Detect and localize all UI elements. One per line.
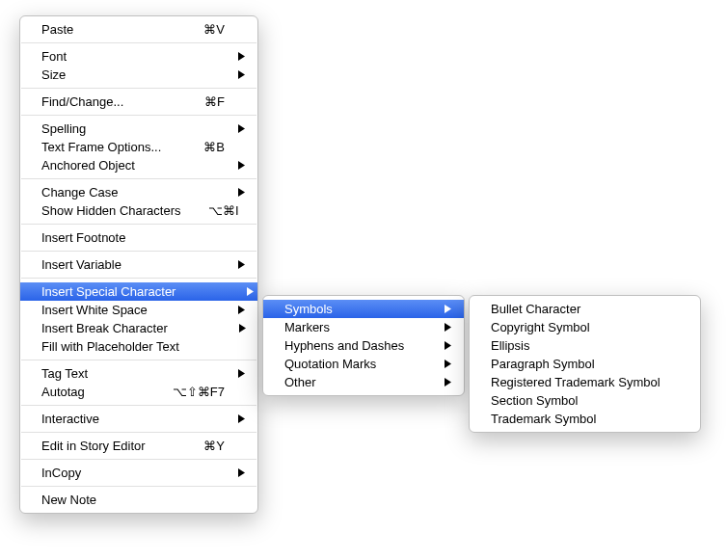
menu-item-label: Paste — [41, 22, 167, 37]
submenu-arrow-icon — [238, 414, 248, 423]
menu-item-label: Fill with Placeholder Text — [41, 339, 179, 354]
menu-item-other[interactable]: Other — [263, 373, 464, 391]
menu-item-label: Bullet Character — [491, 302, 690, 316]
menu-item-spelling[interactable]: Spelling — [20, 120, 257, 138]
menu-item-paragraph-symbol[interactable]: Paragraph Symbol — [470, 355, 700, 373]
menu-item-insert-break-character[interactable]: Insert Break Character — [20, 319, 257, 337]
menu-item-insert-variable[interactable]: Insert Variable — [20, 255, 257, 274]
menu-item-label: Insert Footnote — [41, 230, 167, 245]
menu-item-show-hidden-characters[interactable]: Show Hidden Characters ⌥⌘I — [20, 201, 257, 220]
menu-item-label: Hyphens and Dashes — [284, 338, 431, 353]
menu-item-label: Tag Text — [41, 366, 167, 381]
submenu-arrow-icon — [238, 124, 248, 133]
submenu-arrow-icon — [445, 360, 454, 368]
menu-item-label: Insert Special Character — [41, 284, 175, 299]
menu-item-shortcut: ⌘B — [186, 140, 225, 154]
menu-item-label: InCopy — [41, 466, 167, 480]
menu-item-label: Section Symbol — [491, 393, 690, 408]
menu-item-label: Copyright Symbol — [491, 320, 690, 334]
submenu-arrow-icon — [445, 323, 454, 332]
submenu-arrow-icon — [247, 287, 254, 296]
menu-item-fill-placeholder[interactable]: Fill with Placeholder Text — [20, 337, 257, 356]
menu-item-label: Ellipsis — [491, 338, 690, 353]
separator — [21, 360, 256, 360]
menu-item-shortcut: ⌥⌘I — [201, 203, 239, 218]
menu-item-shortcut: ⌘V — [186, 22, 225, 37]
menu-item-label: Interactive — [41, 412, 167, 426]
menu-item-label: Other — [284, 375, 431, 389]
menu-item-label: Autotag — [41, 385, 153, 399]
submenu-arrow-icon — [238, 369, 248, 378]
menu-item-ellipsis[interactable]: Ellipsis — [470, 336, 700, 355]
submenu-arrow-icon — [445, 341, 454, 350]
menu-item-label: Change Case — [41, 185, 167, 200]
menu-item-label: Find/Change... — [41, 94, 167, 109]
submenu-arrow-icon — [445, 378, 454, 387]
menu-item-registered-trademark-symbol[interactable]: Registered Trademark Symbol — [470, 373, 700, 391]
menu-item-symbols[interactable]: Symbols — [263, 300, 464, 318]
menu-item-label: Insert White Space — [41, 303, 167, 317]
menu-item-quotation-marks[interactable]: Quotation Marks — [263, 355, 464, 373]
menu-item-section-symbol[interactable]: Section Symbol — [470, 391, 700, 410]
menu-item-shortcut: ⌘Y — [186, 439, 225, 453]
separator — [21, 42, 256, 43]
menu-item-paste[interactable]: Paste ⌘V — [20, 20, 257, 39]
submenu-arrow-icon — [238, 260, 248, 269]
menu-item-bullet-character[interactable]: Bullet Character — [470, 300, 700, 318]
submenu-arrow-icon — [238, 161, 248, 170]
separator — [21, 178, 256, 179]
menu-item-label: Spelling — [41, 121, 167, 136]
menu-item-label: Anchored Object — [41, 158, 167, 173]
menu-item-label: Paragraph Symbol — [491, 357, 690, 371]
menu-item-font[interactable]: Font — [20, 47, 257, 66]
submenu-arrow-icon — [239, 324, 248, 333]
menu-item-label: Symbols — [284, 302, 431, 316]
menu-item-new-note[interactable]: New Note — [20, 491, 257, 509]
menu-item-autotag[interactable]: Autotag ⌥⇧⌘F7 — [20, 383, 257, 401]
menu-item-find-change[interactable]: Find/Change... ⌘F — [20, 93, 257, 111]
menu-item-insert-special-character[interactable]: Insert Special Character — [20, 282, 257, 301]
separator — [21, 115, 256, 116]
submenu-arrow-icon — [238, 188, 248, 197]
submenu-arrow-icon — [238, 52, 248, 61]
separator — [21, 251, 256, 252]
menu-item-size[interactable]: Size — [20, 66, 257, 84]
menu-item-shortcut: ⌥⇧⌘F7 — [173, 385, 225, 399]
menu-item-label: Quotation Marks — [284, 357, 431, 371]
menu-item-tag-text[interactable]: Tag Text — [20, 364, 257, 383]
separator — [21, 405, 256, 406]
separator — [21, 88, 256, 89]
menu-item-label: Insert Variable — [41, 257, 167, 272]
separator — [21, 278, 256, 279]
submenu-arrow-icon — [238, 468, 248, 477]
menu-item-label: Edit in Story Editor — [41, 439, 167, 453]
submenu-insert-special-character: Symbols Markers Hyphens and Dashes Quota… — [262, 295, 465, 396]
menu-item-label: Size — [41, 67, 167, 82]
menu-item-label: Show Hidden Characters — [41, 203, 181, 218]
menu-item-incopy[interactable]: InCopy — [20, 464, 257, 482]
submenu-symbols: Bullet Character Copyright Symbol Ellips… — [469, 295, 701, 433]
menu-item-edit-in-story-editor[interactable]: Edit in Story Editor ⌘Y — [20, 437, 257, 455]
menu-item-change-case[interactable]: Change Case — [20, 183, 257, 201]
submenu-arrow-icon — [238, 70, 248, 79]
menu-item-trademark-symbol[interactable]: Trademark Symbol — [470, 410, 700, 428]
menu-item-shortcut: ⌘F — [186, 94, 225, 109]
menu-item-label: Markers — [284, 320, 431, 334]
menu-item-label: Trademark Symbol — [491, 412, 690, 426]
menu-item-label: Text Frame Options... — [41, 140, 167, 154]
separator — [21, 486, 256, 487]
menu-item-insert-white-space[interactable]: Insert White Space — [20, 301, 257, 319]
menu-item-markers[interactable]: Markers — [263, 318, 464, 336]
menu-item-anchored-object[interactable]: Anchored Object — [20, 156, 257, 174]
menu-item-copyright-symbol[interactable]: Copyright Symbol — [470, 318, 700, 336]
submenu-arrow-icon — [445, 305, 454, 313]
menu-item-label: Registered Trademark Symbol — [491, 375, 690, 389]
menu-item-label: New Note — [41, 493, 167, 507]
menu-item-label: Insert Break Character — [41, 321, 168, 335]
menu-item-insert-footnote[interactable]: Insert Footnote — [20, 228, 257, 247]
submenu-arrow-icon — [238, 306, 248, 314]
menu-item-interactive[interactable]: Interactive — [20, 410, 257, 428]
context-menu: Paste ⌘V Font Size Find/Change... ⌘F Spe… — [19, 15, 258, 514]
menu-item-text-frame-options[interactable]: Text Frame Options... ⌘B — [20, 138, 257, 156]
menu-item-hyphens-dashes[interactable]: Hyphens and Dashes — [263, 336, 464, 355]
